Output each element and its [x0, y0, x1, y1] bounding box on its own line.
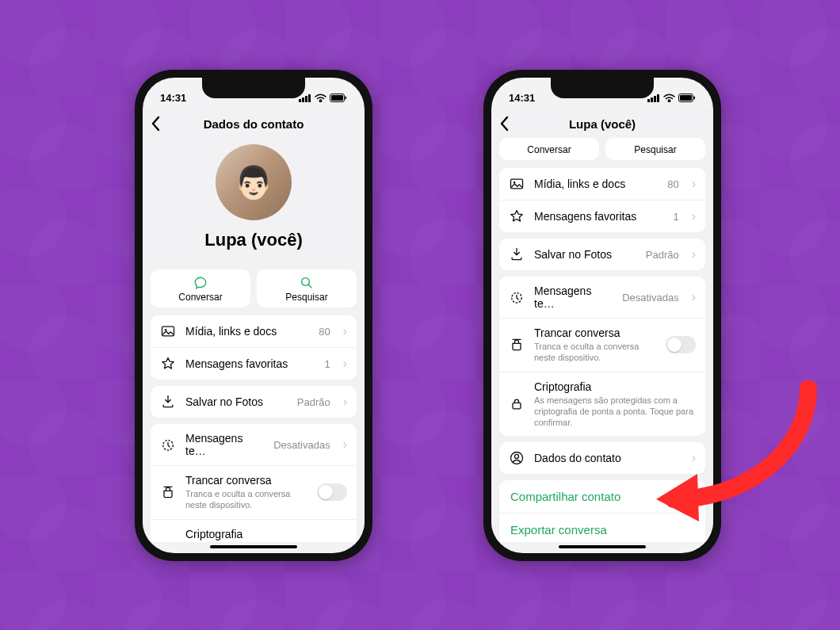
action-chat[interactable]: Conversar [151, 269, 250, 307]
phone-bezel: 14:31 Lupa (você) Conversar [491, 78, 713, 553]
status-icons [647, 94, 696, 102]
svg-rect-9 [162, 326, 174, 336]
action-chat[interactable]: Conversar [499, 138, 599, 160]
nav-header: Dados do contato [143, 109, 365, 138]
back-button[interactable] [151, 116, 173, 132]
person-icon [509, 450, 525, 466]
row-media[interactable]: Mídia, links e docs 80 › [151, 315, 357, 347]
chevron-left-icon [151, 116, 160, 132]
scroll-area[interactable]: Conversar Pesquisar Mídia, links e docs … [491, 138, 713, 542]
row-starred-label: Mensagens favoritas [185, 357, 315, 370]
row-encryption-label: Criptografia [534, 380, 696, 393]
svg-point-21 [514, 181, 516, 184]
action-chat-label: Conversar [178, 292, 222, 303]
row-lock-sub: Tranca e oculta a conversa neste disposi… [185, 488, 307, 511]
svg-rect-16 [657, 94, 659, 102]
battery-icon [330, 94, 347, 102]
star-icon [509, 208, 525, 224]
row-media-value: 80 [319, 326, 330, 338]
row-media-label: Mídia, links e docs [534, 178, 658, 190]
svg-rect-13 [647, 99, 650, 102]
svg-rect-15 [654, 96, 656, 102]
contact-name: Lupa (você) [204, 230, 302, 250]
row-disappearing-value: Desativadas [273, 439, 330, 451]
row-starred[interactable]: Mensagens favoritas 1 › [151, 347, 357, 380]
row-starred-label: Mensagens favoritas [534, 210, 663, 223]
notch [551, 78, 654, 98]
lock-toggle[interactable] [317, 483, 347, 501]
svg-rect-3 [308, 94, 311, 102]
svg-rect-2 [305, 96, 307, 102]
svg-rect-23 [513, 403, 521, 408]
star-icon [160, 356, 176, 372]
row-starred-value: 1 [324, 358, 330, 370]
row-media[interactable]: Mídia, links e docs 80 › [499, 168, 705, 200]
row-save-photos-value: Padrão [646, 249, 679, 261]
home-indicator [210, 545, 297, 548]
card-actions: Compartilhar contato Exportar conversa L… [499, 480, 705, 542]
svg-rect-6 [346, 96, 347, 99]
timer-icon [160, 437, 176, 452]
row-disappearing-label: Mensagens te… [185, 432, 264, 457]
action-row: Conversar Pesquisar [151, 269, 357, 307]
row-save-photos[interactable]: Salvar no Fotos Padrão › [151, 386, 357, 418]
action-search-label: Pesquisar [634, 144, 676, 155]
card-media-starred: Mídia, links e docs 80 › Mensagens favor… [151, 315, 357, 380]
svg-rect-14 [651, 97, 653, 102]
image-icon [509, 176, 525, 192]
svg-point-25 [515, 455, 519, 459]
svg-rect-19 [694, 96, 696, 99]
chevron-right-icon: › [692, 177, 696, 191]
row-disappearing[interactable]: Mensagens te… Desativadas › [151, 424, 357, 465]
svg-rect-20 [511, 179, 523, 189]
row-contact-details[interactable]: Dados do contato › [499, 442, 705, 474]
row-share-contact[interactable]: Compartilhar contato [499, 480, 705, 513]
row-disappearing-label: Mensagens te… [534, 284, 613, 310]
phone-mockup-left: 14:31 Dados do contato 👨🏻 Lupa (você) [135, 70, 372, 561]
screen: Dados do contato 👨🏻 Lupa (você) Conversa… [143, 109, 365, 542]
action-search[interactable]: Pesquisar [257, 269, 357, 307]
row-lock-sub: Tranca e oculta a conversa neste disposi… [534, 341, 656, 364]
row-export-chat[interactable]: Exportar conversa [499, 513, 705, 542]
row-encryption[interactable]: Criptografia As mensagens são protegidas… [151, 519, 357, 542]
chevron-right-icon: › [692, 290, 696, 304]
status-time: 14:31 [509, 92, 535, 104]
action-search[interactable]: Pesquisar [605, 138, 705, 160]
avatar[interactable]: 👨🏻 [216, 144, 292, 220]
battery-icon [678, 94, 696, 102]
svg-rect-18 [680, 95, 692, 101]
row-save-photos[interactable]: Salvar no Fotos Padrão › [499, 239, 705, 270]
row-lock[interactable]: Trancar conversa Tranca e oculta a conve… [499, 318, 705, 372]
row-starred[interactable]: Mensagens favoritas 1 › [499, 200, 705, 232]
scroll-area[interactable]: 👨🏻 Lupa (você) Conversar Pesqu [143, 138, 365, 542]
chevron-right-icon: › [343, 395, 347, 409]
svg-rect-1 [302, 97, 304, 102]
chevron-left-icon [499, 116, 509, 132]
action-search-label: Pesquisar [285, 292, 327, 303]
lock-toggle[interactable] [666, 336, 696, 353]
svg-rect-0 [299, 99, 301, 102]
row-disappearing[interactable]: Mensagens te… Desativadas › [499, 277, 705, 318]
home-indicator [559, 545, 646, 548]
lock-conversation-icon [160, 484, 176, 500]
svg-line-8 [308, 284, 311, 288]
status-icons [299, 94, 347, 102]
row-contact-details-label: Dados do contato [534, 452, 682, 464]
row-encryption-sub: As mensagens são protegidas com a cripto… [534, 395, 696, 429]
row-encryption-label: Criptografia [185, 528, 347, 540]
download-icon [160, 394, 176, 410]
action-row: Conversar Pesquisar [499, 138, 705, 160]
back-button[interactable] [499, 116, 521, 132]
card-contact-details: Dados do contato › [499, 442, 705, 474]
row-lock[interactable]: Trancar conversa Tranca e oculta a conve… [151, 465, 357, 519]
card-disappearing-lock-crypto: Mensagens te… Desativadas › Trancar conv… [151, 424, 357, 542]
chevron-right-icon: › [343, 357, 347, 371]
row-save-photos-value: Padrão [297, 396, 330, 408]
row-encryption[interactable]: Criptografia As mensagens são protegidas… [499, 372, 705, 437]
chat-icon [193, 276, 208, 290]
action-chat-label: Conversar [527, 144, 571, 155]
row-media-label: Mídia, links e docs [185, 325, 309, 338]
search-icon [300, 276, 314, 290]
notch [202, 78, 305, 98]
svg-point-10 [165, 329, 167, 331]
